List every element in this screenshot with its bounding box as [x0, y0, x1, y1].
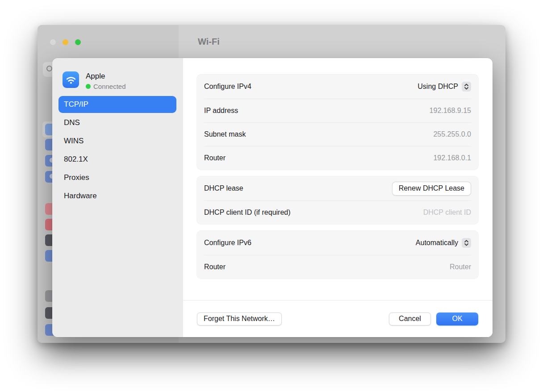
dhcp-client-id-label: DHCP client ID (if required) [204, 209, 291, 217]
ip-address-value: 192.168.9.15 [430, 107, 471, 115]
router-ipv4-label: Router [204, 154, 226, 162]
subnet-mask-row: Subnet mask 255.255.0.0 [204, 122, 471, 146]
wifi-waves-icon [65, 74, 77, 86]
ipv4-group: Configure IPv4 Using DHCP IP address 192… [197, 75, 478, 170]
ipv6-group: Configure IPv6 Automatically Router [197, 231, 478, 279]
ip-address-row: IP address 192.168.9.15 [204, 99, 471, 122]
subnet-mask-label: Subnet mask [204, 130, 246, 138]
tab-8021x[interactable]: 802.1X [58, 151, 176, 168]
router-ipv6-input[interactable] [373, 263, 471, 271]
zoom-button[interactable] [75, 39, 81, 45]
tab-wins[interactable]: WINS [58, 133, 176, 150]
configure-ipv6-row: Configure IPv6 Automatically [197, 231, 478, 255]
router-ipv6-label: Router [204, 263, 226, 271]
router-ipv4-row: Router 192.168.0.1 [204, 146, 471, 170]
sheet-nav: TCP/IP DNS WINS 802.1X Proxies Hardware [58, 96, 176, 206]
dhcp-lease-label: DHCP lease [204, 184, 243, 192]
wifi-network-icon [63, 71, 79, 88]
sheet-footer: Forget This Network… Cancel OK [183, 300, 493, 337]
subnet-mask-value: 255.255.0.0 [433, 130, 471, 138]
ok-button[interactable]: OK [436, 313, 478, 325]
minimize-button[interactable] [63, 39, 68, 45]
close-button[interactable] [50, 39, 56, 45]
router-ipv6-row: Router [204, 255, 471, 279]
page-title: Wi-Fi [198, 37, 220, 47]
connected-dot-icon [86, 84, 91, 89]
chevron-up-down-icon [462, 82, 471, 92]
configure-ipv4-label: Configure IPv4 [204, 83, 251, 91]
renew-dhcp-lease-button[interactable]: Renew DHCP Lease [392, 182, 471, 196]
network-status: Connected [86, 83, 126, 90]
configure-ipv4-popup[interactable]: Using DHCP [418, 82, 471, 92]
dhcp-client-id-row: DHCP client ID (if required) [204, 200, 471, 224]
tab-dns[interactable]: DNS [58, 114, 176, 131]
configure-ipv6-value: Automatically [416, 239, 458, 247]
configure-ipv4-row: Configure IPv4 Using DHCP [197, 75, 478, 99]
ip-address-label: IP address [204, 107, 238, 115]
sheet-content: Configure IPv4 Using DHCP IP address 192… [183, 58, 493, 337]
wifi-details-sheet: Apple Connected TCP/IP DNS WINS 802.1X P… [52, 58, 493, 337]
network-name: Apple [86, 72, 105, 81]
chevron-up-down-icon [462, 238, 471, 248]
tab-hardware[interactable]: Hardware [58, 188, 176, 204]
router-ipv4-value: 192.168.0.1 [433, 154, 471, 162]
forget-network-button[interactable]: Forget This Network… [197, 313, 282, 325]
status-text: Connected [93, 83, 126, 90]
dhcp-lease-row: DHCP lease Renew DHCP Lease [197, 176, 478, 200]
dhcp-group: DHCP lease Renew DHCP Lease DHCP client … [197, 176, 478, 224]
configure-ipv4-value: Using DHCP [418, 83, 458, 91]
cancel-button[interactable]: Cancel [389, 313, 431, 325]
search-icon [46, 66, 52, 71]
dhcp-client-id-input[interactable] [373, 209, 471, 217]
tab-proxies[interactable]: Proxies [58, 169, 176, 186]
configure-ipv6-label: Configure IPv6 [204, 239, 251, 247]
tab-tcpip[interactable]: TCP/IP [58, 96, 176, 113]
configure-ipv6-popup[interactable]: Automatically [416, 238, 471, 248]
sheet-sidebar: Apple Connected TCP/IP DNS WINS 802.1X P… [52, 58, 183, 337]
